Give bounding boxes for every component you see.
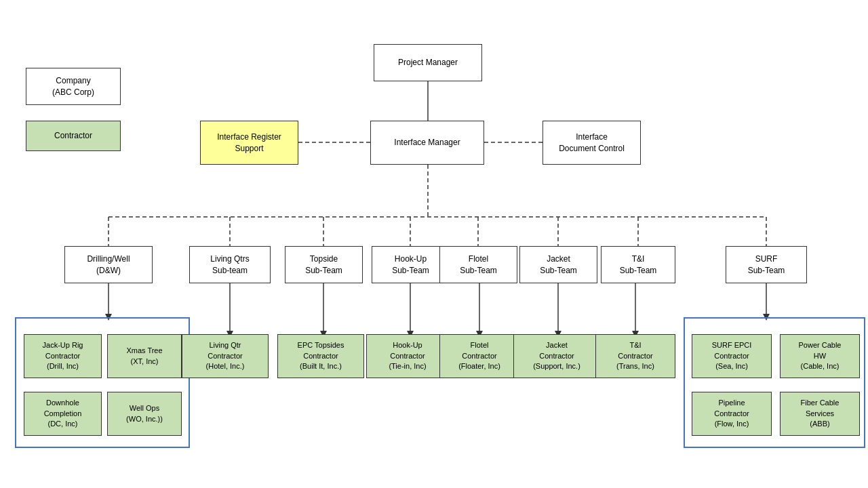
surf-box: SURF Sub-Team [726,246,807,283]
ti-label: T&I Sub-Team [620,253,657,277]
xt-label: Xmas Tree (XT, Inc) [126,346,162,367]
dc-label: Downhole Completion (DC, Inc) [44,398,82,429]
flc-label: Flotel Contractor (Floater, Inc) [458,340,500,371]
surfc3-label: Pipeline Contractor (Flow, Inc) [714,398,749,429]
im-box: Interface Manager [370,121,484,165]
xt-box: Xmas Tree (XT, Inc) [107,334,182,378]
lq-box: Living Qtrs Sub-team [189,246,271,283]
wo-box: Well Ops (WO, Inc.)) [107,392,182,436]
flc-box: Flotel Contractor (Floater, Inc) [439,334,519,378]
ir-box: Interface Register Support [200,121,298,165]
tic-label: T&I Contractor (Trans, Inc) [616,340,654,371]
surfc2-box: Power Cable HW (Cable, Inc) [780,334,860,378]
tsc-box: EPC Topsides Contractor (Built It, Inc.) [277,334,364,378]
legend-company: Company (ABC Corp) [26,68,121,105]
ir-label: Interface Register Support [217,131,281,155]
hu-box: Hook-Up Sub-Team [372,246,450,283]
ts-label: Topside Sub-Team [305,253,342,277]
im-label: Interface Manager [394,137,460,148]
idc-label: Interface Document Control [559,131,625,155]
idc-box: Interface Document Control [542,121,641,165]
tic-box: T&I Contractor (Trans, Inc) [595,334,675,378]
org-chart: Company (ABC Corp) Contractor Project Ma… [0,0,868,488]
surfc3-box: Pipeline Contractor (Flow, Inc) [692,392,772,436]
tsc-label: EPC Topsides Contractor (Built It, Inc.) [298,340,344,371]
pm-label: Project Manager [398,57,458,68]
surfc1-box: SURF EPCI Contractor (Sea, Inc) [692,334,772,378]
huc-box: Hook-Up Contractor (Tie-in, Inc) [366,334,449,378]
hu-label: Hook-Up Sub-Team [392,253,429,277]
jur-label: Jack-Up Rig Contractor (Drill, Inc) [43,340,83,371]
surfc4-box: Fiber Cable Services (ABB) [780,392,860,436]
lqc-box: Living Qtr Contractor (Hotel, Inc.) [182,334,269,378]
surf-label: SURF Sub-Team [748,253,785,277]
pm-box: Project Manager [374,44,482,81]
lqc-label: Living Qtr Contractor (Hotel, Inc.) [206,340,245,371]
surfc4-label: Fiber Cable Services (ABB) [801,398,840,429]
surfc2-label: Power Cable HW (Cable, Inc) [799,340,842,371]
dw-label: Drilling/Well (D&W) [87,253,130,277]
legend-contractor: Contractor [26,121,121,151]
surfc1-label: SURF EPCI Contractor (Sea, Inc) [712,340,752,371]
jkc-label: Jacket Contractor (Support, Inc.) [533,340,580,371]
jur-box: Jack-Up Rig Contractor (Drill, Inc) [24,334,102,378]
dc-box: Downhole Completion (DC, Inc) [24,392,102,436]
jk-label: Jacket Sub-Team [540,253,577,277]
ts-box: Topside Sub-Team [285,246,363,283]
fl-label: Flotel Sub-Team [460,253,497,277]
fl-box: Flotel Sub-Team [439,246,517,283]
jkc-box: Jacket Contractor (Support, Inc.) [513,334,600,378]
dw-box: Drilling/Well (D&W) [64,246,153,283]
legend-company-label: Company (ABC Corp) [52,75,94,98]
legend-contractor-label: Contractor [54,130,92,142]
lq-label: Living Qtrs Sub-team [210,253,249,277]
ti-box: T&I Sub-Team [601,246,675,283]
huc-label: Hook-Up Contractor (Tie-in, Inc) [389,340,426,371]
wo-label: Well Ops (WO, Inc.)) [126,403,163,424]
jk-box: Jacket Sub-Team [519,246,597,283]
